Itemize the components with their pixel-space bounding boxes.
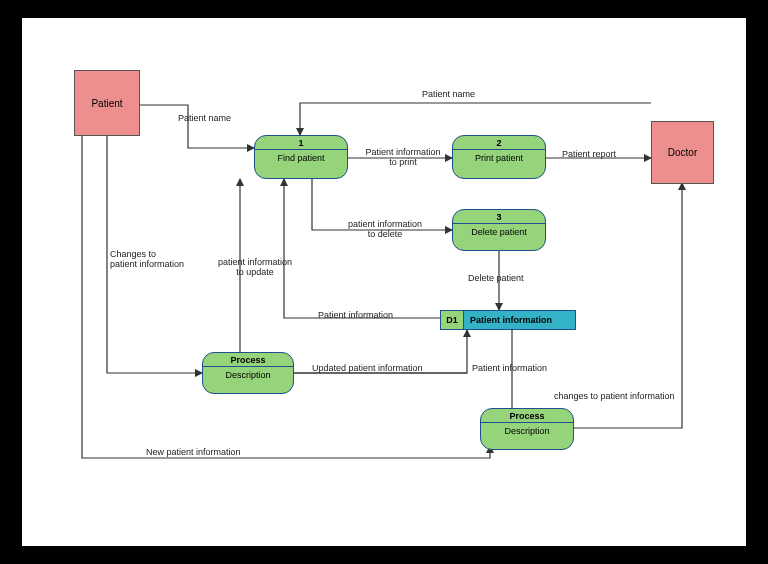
process-4: Process Description xyxy=(202,352,294,394)
process-5-name: Description xyxy=(481,423,573,439)
process-3: 3 Delete patient xyxy=(452,209,546,251)
flow-label: New patient information xyxy=(146,448,241,458)
datastore-name: Patient information xyxy=(464,310,576,330)
process-1: 1 Find patient xyxy=(254,135,348,179)
process-5: Process Description xyxy=(480,408,574,450)
flow-label: Patient information xyxy=(472,364,547,374)
flow-label: Patient informationto print xyxy=(358,148,448,168)
entity-doctor: Doctor xyxy=(651,121,714,184)
flow-label: changes to patient information xyxy=(554,392,675,402)
datastore-d1: D1 Patient information xyxy=(440,310,576,330)
flow-label: Changes topatient information xyxy=(110,250,210,270)
flow-label: Delete patient xyxy=(468,274,524,284)
process-2: 2 Print patient xyxy=(452,135,546,179)
process-2-name: Print patient xyxy=(453,150,545,166)
entity-patient-label: Patient xyxy=(91,98,122,109)
process-3-name: Delete patient xyxy=(453,224,545,240)
datastore-id: D1 xyxy=(440,310,464,330)
entity-doctor-label: Doctor xyxy=(668,147,697,158)
flow-label: Patient name xyxy=(422,90,475,100)
process-1-num: 1 xyxy=(255,136,347,150)
flow-label: Updated patient information xyxy=(312,364,423,374)
process-4-num: Process xyxy=(203,353,293,367)
flow-label: Patient report xyxy=(562,150,616,160)
process-4-name: Description xyxy=(203,367,293,383)
process-2-num: 2 xyxy=(453,136,545,150)
process-3-num: 3 xyxy=(453,210,545,224)
process-1-name: Find patient xyxy=(255,150,347,166)
flow-label: patient informationto update xyxy=(205,258,305,278)
process-5-num: Process xyxy=(481,409,573,423)
flow-label: patient informationto delete xyxy=(330,220,440,240)
entity-patient: Patient xyxy=(74,70,140,136)
flow-label: Patient information xyxy=(318,311,393,321)
flow-label: Patient name xyxy=(178,114,231,124)
